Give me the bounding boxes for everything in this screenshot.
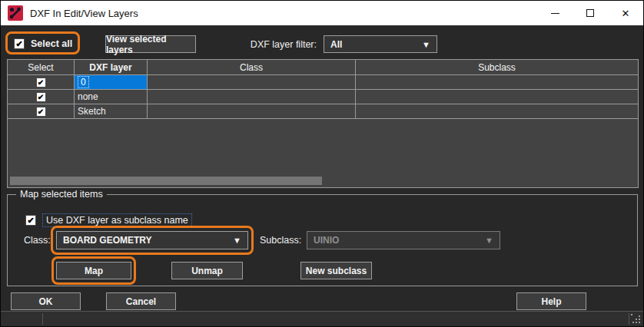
row-layer-cell[interactable]: Sketch <box>75 104 148 118</box>
view-selected-layers-button[interactable]: View selected layers <box>105 35 196 53</box>
chevron-down-icon: ▼ <box>485 236 493 245</box>
layer-name: Sketch <box>78 106 106 117</box>
checkbox-checked-icon[interactable]: ✔ <box>36 78 46 88</box>
subclass-value: UINIO <box>314 235 339 246</box>
checkbox-checked-icon[interactable]: ✔ <box>36 107 46 117</box>
new-subclass-button[interactable]: New subclass <box>300 262 372 279</box>
cancel-button[interactable]: Cancel <box>106 292 176 310</box>
close-icon: ✕ <box>622 8 630 18</box>
dxf-layer-filter-label: DXF layer filter: <box>234 35 317 53</box>
table-row[interactable]: ✔ none <box>8 90 638 104</box>
row-layer-cell[interactable]: 0 <box>75 75 148 89</box>
select-all-checkbox[interactable]: ✔ Select all <box>14 37 72 51</box>
unmap-button[interactable]: Unmap <box>171 262 243 279</box>
close-button[interactable]: ✕ <box>608 1 643 25</box>
row-class-cell[interactable] <box>148 90 356 104</box>
row-subclass-cell[interactable] <box>356 75 638 89</box>
row-select-cell[interactable]: ✔ <box>8 75 75 89</box>
statusbar-divider <box>629 313 629 325</box>
use-dxf-layer-label: Use DXF layer as subclass name <box>42 213 192 227</box>
checkbox-checked-icon[interactable]: ✔ <box>36 92 46 102</box>
group-title: Map selected items <box>16 189 107 200</box>
row-select-cell[interactable]: ✔ <box>8 90 75 104</box>
subclass-label: Subclass: <box>260 231 301 249</box>
maximize-icon <box>586 9 594 17</box>
class-label: Class: <box>24 231 51 249</box>
table-header-row: Select DXF layer Class Subclass <box>8 60 638 75</box>
help-button[interactable]: Help <box>516 292 586 310</box>
chevron-down-icon: ▼ <box>233 236 241 245</box>
row-layer-cell[interactable]: none <box>75 90 148 104</box>
title-bar[interactable]: DXF In Edit/View Layers ✕ <box>1 1 643 25</box>
horizontal-scrollbar-thumb[interactable] <box>10 177 322 185</box>
dxf-layer-filter-dropdown[interactable]: All ▼ <box>324 35 437 53</box>
table-row[interactable]: ✔ Sketch <box>8 104 638 119</box>
dialog-dxf-in-edit-view-layers: DXF In Edit/View Layers ✕ ✔ Select all V… <box>0 0 644 327</box>
dxf-layer-filter-value: All <box>330 39 342 50</box>
subclass-dropdown: UINIO ▼ <box>307 231 500 249</box>
maximize-button[interactable] <box>573 1 608 25</box>
minimize-icon <box>551 13 559 14</box>
class-value: BOARD GEOMETRY <box>63 235 152 246</box>
app-icon <box>8 5 23 21</box>
row-subclass-cell[interactable] <box>356 90 638 104</box>
row-subclass-cell[interactable] <box>356 104 638 118</box>
status-bar <box>1 311 643 326</box>
layer-name: 0 <box>78 76 89 88</box>
header-subclass[interactable]: Subclass <box>356 60 638 74</box>
header-select[interactable]: Select <box>8 60 75 74</box>
window-controls: ✕ <box>537 1 643 25</box>
select-all-label: Select all <box>31 38 72 49</box>
row-class-cell[interactable] <box>148 75 356 89</box>
dxf-layers-table: Select DXF layer Class Subclass ✔ 0 ✔ no… <box>7 59 639 188</box>
table-row[interactable]: ✔ 0 <box>8 75 638 90</box>
header-dxf-layer[interactable]: DXF layer <box>75 60 148 74</box>
row-class-cell[interactable] <box>148 104 356 118</box>
resize-grip-icon[interactable] <box>631 314 641 324</box>
header-class[interactable]: Class <box>148 60 356 74</box>
chevron-down-icon: ▼ <box>422 40 430 49</box>
ok-button[interactable]: OK <box>11 292 81 310</box>
window-title: DXF In Edit/View Layers <box>30 8 138 19</box>
class-dropdown[interactable]: BOARD GEOMETRY ▼ <box>56 231 248 249</box>
use-dxf-layer-checkbox[interactable]: ✔ Use DXF layer as subclass name <box>25 213 192 227</box>
map-button[interactable]: Map <box>56 262 131 279</box>
checkbox-checked-icon[interactable]: ✔ <box>25 215 36 226</box>
layer-name: none <box>78 91 98 102</box>
statusbar-divider <box>42 313 43 325</box>
row-select-cell[interactable]: ✔ <box>8 104 75 118</box>
checkbox-checked-icon[interactable]: ✔ <box>14 38 25 49</box>
minimize-button[interactable] <box>537 1 573 25</box>
